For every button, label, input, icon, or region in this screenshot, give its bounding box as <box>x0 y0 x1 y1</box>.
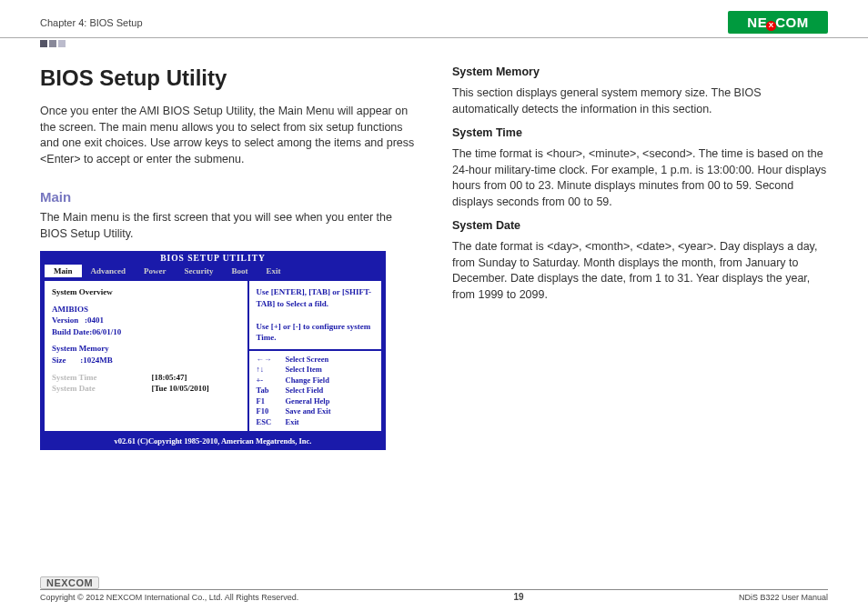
bios-footer: v02.61 (C)Copyright 1985-2010, American … <box>41 435 385 449</box>
page-header: Chapter 4: BIOS Setup NEXCOM <box>0 0 868 38</box>
build-date-value: :06/01/10 <box>89 327 121 336</box>
left-column: BIOS Setup Utility Once you enter the AM… <box>40 65 416 450</box>
system-time-value[interactable]: [18:05:47] <box>151 372 208 384</box>
system-time-heading: System Time <box>452 126 828 139</box>
main-heading: Main <box>40 189 416 205</box>
bios-tab-security[interactable]: Security <box>176 265 223 277</box>
version-label: Version <box>52 316 78 325</box>
system-time-label[interactable]: System Time <box>52 372 96 384</box>
nexcom-logo: NEXCOM <box>728 11 828 34</box>
nav-label-ud: Select Item <box>286 365 322 375</box>
intro-paragraph: Once you enter the AMI BIOS Setup Utilit… <box>40 104 416 167</box>
right-column: System Memory This section displays gene… <box>452 65 828 450</box>
build-date-label: Build Date <box>52 327 89 336</box>
system-memory-label: System Memory <box>52 343 240 355</box>
bios-right-panel: Use [ENTER], [TAB] or [SHIFT-TAB] to Sel… <box>249 279 384 433</box>
bios-tab-exit[interactable]: Exit <box>257 265 290 277</box>
footer-logo: NEXCOM <box>40 576 828 589</box>
system-time-text: The time format is <hour>, <minute>, <se… <box>452 146 828 210</box>
bios-tab-advanced[interactable]: Advanced <box>82 265 136 277</box>
page-title: BIOS Setup Utility <box>40 65 416 91</box>
logo-right: COM <box>775 15 809 30</box>
logo-left: NE <box>747 15 767 30</box>
nav-label-esc: Exit <box>286 417 299 427</box>
nav-key-tab: Tab <box>257 386 278 396</box>
version-value: :0401 <box>85 316 104 325</box>
system-memory-heading: System Memory <box>452 65 828 78</box>
bios-tab-main[interactable]: Main <box>45 265 82 277</box>
copyright-text: Copyright © 2012 NEXCOM International Co… <box>40 593 298 602</box>
bios-tab-power[interactable]: Power <box>135 265 176 277</box>
nav-label-tab: Select Field <box>286 386 324 396</box>
system-memory-text: This section displays general system mem… <box>452 85 828 117</box>
amibios-label: AMIBIOS <box>52 304 240 316</box>
header-decoration <box>40 40 828 49</box>
footer-decoration <box>40 568 828 575</box>
system-date-text: The date format is <day>, <month>, <date… <box>452 239 828 303</box>
nav-label-f1: General Help <box>286 396 330 406</box>
manual-name: NDiS B322 User Manual <box>739 593 828 602</box>
bios-tab-boot[interactable]: Boot <box>223 265 257 277</box>
bios-help-panel: Use [ENTER], [TAB] or [SHIFT-TAB] to Sel… <box>249 279 384 351</box>
bios-help-2: Use [+] or [-] to configure system Time. <box>257 321 375 344</box>
system-overview-label: System Overview <box>52 286 240 298</box>
bios-screenshot: BIOS SETUP UTILITY Main Advanced Power S… <box>40 251 386 450</box>
size-value: :1024MB <box>80 356 113 365</box>
page-number: 19 <box>514 592 524 602</box>
bios-title: BIOS SETUP UTILITY <box>41 252 385 265</box>
nav-key-pm: +- <box>257 376 278 386</box>
footer-rule <box>40 589 828 590</box>
nav-key-esc: ESC <box>257 417 278 427</box>
bios-body: System Overview AMIBIOS Version :0401 Bu… <box>43 279 383 433</box>
page-footer: NEXCOM Copyright © 2012 NEXCOM Internati… <box>0 568 868 602</box>
size-label: Size <box>52 356 66 365</box>
nav-key-lr: ←→ <box>257 355 278 365</box>
nav-label-pm: Change Field <box>286 376 329 386</box>
system-date-value[interactable]: [Tue 10/05/2010] <box>151 383 208 395</box>
chapter-label: Chapter 4: BIOS Setup <box>40 17 143 28</box>
system-date-heading: System Date <box>452 219 828 232</box>
bios-help-1: Use [ENTER], [TAB] or [SHIFT-TAB] to Sel… <box>257 286 375 309</box>
page-content: BIOS Setup Utility Once you enter the AM… <box>0 56 868 450</box>
nav-label-f10: Save and Exit <box>286 406 331 416</box>
nav-key-f10: F10 <box>257 406 278 416</box>
bios-left-panel: System Overview AMIBIOS Version :0401 Bu… <box>43 279 249 433</box>
footer-logo-text: NEXCOM <box>40 576 99 589</box>
main-description: The Main menu is the first screen that y… <box>40 210 416 242</box>
bios-nav-panel: ←→Select Screen ↑↓Select Item +-Change F… <box>249 351 384 433</box>
bios-tabs: Main Advanced Power Security Boot Exit <box>41 265 385 277</box>
nav-label-lr: Select Screen <box>286 355 329 365</box>
system-date-label[interactable]: System Date <box>52 383 96 395</box>
nav-key-ud: ↑↓ <box>257 365 278 375</box>
nav-key-f1: F1 <box>257 396 278 406</box>
